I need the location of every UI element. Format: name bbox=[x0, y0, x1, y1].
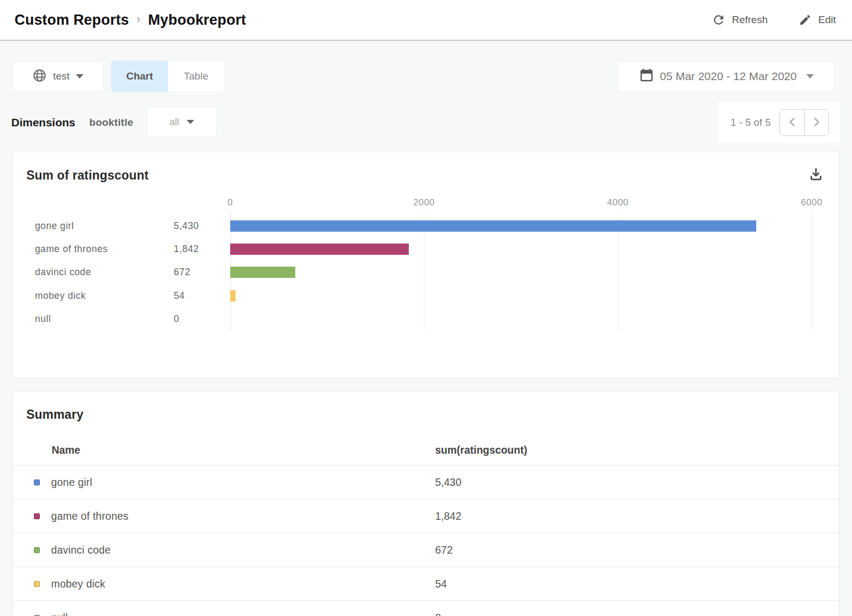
series-color-marker bbox=[34, 513, 40, 519]
download-button[interactable] bbox=[808, 166, 824, 184]
dimension-filter-value: all bbox=[169, 117, 179, 128]
view-tabs: ChartTable bbox=[111, 61, 224, 92]
bar-davinci-code[interactable] bbox=[230, 267, 295, 278]
refresh-label: Refresh bbox=[732, 14, 768, 26]
bar-chart: 0200040006000 gone girl5,430game of thro… bbox=[35, 197, 812, 331]
date-range-picker[interactable]: 05 Mar 2020 - 12 Mar 2020 bbox=[617, 61, 835, 92]
category-value: 5,430 bbox=[174, 220, 230, 232]
chart-row-label: game of thrones1,842 bbox=[35, 238, 230, 261]
table-row: null0 bbox=[13, 601, 839, 616]
chart-row-label: gone girl5,430 bbox=[35, 214, 230, 238]
chart-title: Sum of ratingscount bbox=[26, 168, 148, 183]
table-row: mobey dick54 bbox=[13, 567, 839, 601]
category-name: gone girl bbox=[35, 220, 174, 232]
chart-plot-area bbox=[230, 214, 812, 331]
row-value: 672 bbox=[435, 544, 839, 556]
breadcrumb-parent[interactable]: Custom Reports bbox=[15, 12, 129, 28]
x-axis-tick-label: 6000 bbox=[801, 197, 822, 208]
category-value: 672 bbox=[174, 267, 230, 278]
column-header-name: Name bbox=[13, 444, 435, 456]
bar-row bbox=[230, 261, 812, 284]
summary-table-header: Name sum(ratingscount) bbox=[13, 435, 839, 465]
row-value: 0 bbox=[435, 612, 839, 616]
bar-mobey-dick[interactable] bbox=[230, 290, 236, 302]
breadcrumb-separator-icon: › bbox=[137, 12, 140, 26]
pagination-range: 1 - 5 of 5 bbox=[730, 117, 771, 128]
series-color-marker bbox=[34, 479, 40, 485]
app-selector-dropdown[interactable]: test bbox=[12, 61, 103, 92]
tab-table[interactable]: Table bbox=[168, 61, 224, 92]
toolbar: test ChartTable 05 Mar 2020 - 12 Mar 202… bbox=[12, 61, 835, 92]
page-header: Custom Reports › Mybookreport Refresh Ed… bbox=[0, 0, 852, 41]
chevron-down-icon bbox=[76, 74, 83, 78]
edit-label: Edit bbox=[818, 14, 836, 26]
chevron-down-icon bbox=[806, 74, 814, 78]
globe-icon bbox=[32, 68, 47, 85]
table-row: game of thrones1,842 bbox=[13, 499, 839, 533]
row-name: mobey dick bbox=[51, 578, 105, 590]
category-value: 1,842 bbox=[174, 243, 230, 255]
prev-page-button[interactable] bbox=[780, 110, 804, 135]
row-name: null bbox=[51, 612, 68, 616]
table-row: davinci code672 bbox=[13, 533, 839, 567]
next-page-button[interactable] bbox=[804, 110, 828, 135]
row-value: 5,430 bbox=[435, 476, 839, 489]
date-range-value: 05 Mar 2020 - 12 Mar 2020 bbox=[660, 70, 797, 83]
x-axis-tick-label: 2000 bbox=[413, 197, 435, 208]
category-name: davinci code bbox=[35, 267, 174, 278]
calendar-icon bbox=[638, 67, 655, 85]
row-name: game of thrones bbox=[51, 510, 129, 522]
bar-gone-girl[interactable] bbox=[230, 220, 756, 232]
chevron-right-icon bbox=[811, 116, 822, 130]
dimension-field-name: booktitle bbox=[89, 117, 133, 128]
row-value: 54 bbox=[435, 578, 839, 590]
chart-category-labels: gone girl5,430game of thrones1,842davinc… bbox=[35, 214, 230, 331]
page-title: Mybookreport bbox=[148, 12, 246, 28]
category-name: null bbox=[35, 313, 174, 325]
summary-card: Summary Name sum(ratingscount) gone girl… bbox=[12, 391, 840, 616]
series-color-marker bbox=[34, 581, 40, 587]
table-row: gone girl5,430 bbox=[13, 465, 839, 499]
bar-row bbox=[230, 307, 812, 331]
chart-row-label: mobey dick54 bbox=[35, 284, 230, 307]
category-value: 0 bbox=[174, 313, 230, 325]
bar-row bbox=[230, 238, 812, 261]
tab-chart[interactable]: Chart bbox=[111, 61, 168, 92]
x-axis-tick-label: 0 bbox=[228, 197, 233, 208]
pagination-buttons bbox=[779, 109, 829, 136]
row-value: 1,842 bbox=[435, 510, 839, 522]
category-name: game of thrones bbox=[35, 243, 174, 255]
chevron-left-icon bbox=[786, 116, 798, 130]
bar-row bbox=[230, 284, 812, 307]
header-actions: Refresh Edit bbox=[712, 13, 836, 27]
x-axis: 0200040006000 bbox=[230, 197, 812, 214]
category-value: 54 bbox=[174, 290, 230, 302]
edit-button[interactable]: Edit bbox=[799, 13, 836, 26]
series-color-marker bbox=[34, 547, 40, 553]
dimensions-row: Dimensions booktitle all 1 - 5 of 5 bbox=[11, 105, 840, 143]
refresh-button[interactable]: Refresh bbox=[712, 13, 768, 27]
category-name: mobey dick bbox=[35, 290, 174, 302]
download-icon bbox=[808, 176, 824, 184]
chart-card: Sum of ratingscount 0200040006000 gone g… bbox=[12, 152, 840, 379]
row-name: davinci code bbox=[51, 544, 111, 556]
app-selector-value: test bbox=[53, 70, 70, 82]
chart-row-label: null0 bbox=[35, 307, 230, 331]
gridline bbox=[812, 212, 812, 331]
bar-game-of-thrones[interactable] bbox=[230, 243, 409, 255]
refresh-icon bbox=[712, 13, 726, 27]
dimensions-label: Dimensions bbox=[11, 116, 75, 129]
chevron-down-icon bbox=[187, 120, 194, 124]
breadcrumb: Custom Reports › Mybookreport bbox=[15, 12, 246, 28]
summary-title: Summary bbox=[26, 407, 83, 422]
row-name: gone girl bbox=[51, 476, 93, 489]
chart-row-label: davinci code672 bbox=[35, 261, 230, 284]
summary-table: Name sum(ratingscount) gone girl5,430gam… bbox=[13, 435, 839, 616]
x-axis-tick-label: 4000 bbox=[607, 197, 629, 208]
dimension-filter-dropdown[interactable]: all bbox=[147, 107, 217, 137]
column-header-value: sum(ratingscount) bbox=[435, 444, 839, 456]
pagination: 1 - 5 of 5 bbox=[718, 102, 840, 143]
bar-row bbox=[230, 214, 812, 238]
pencil-icon bbox=[799, 13, 812, 26]
